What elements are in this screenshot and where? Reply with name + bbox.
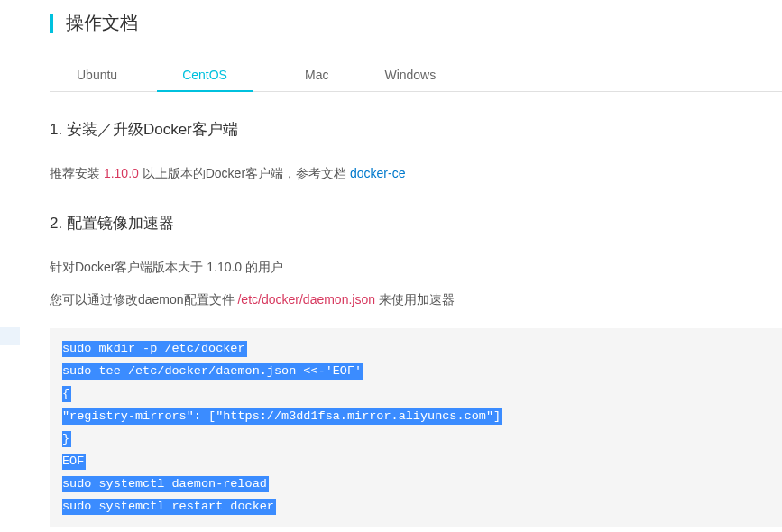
page-title: 操作文档 (66, 11, 138, 35)
code-line-4: "registry-mirrors": ["https://m3dd1fsa.m… (62, 408, 502, 425)
section2-para2-after: 来使用加速器 (375, 292, 455, 307)
code-line-6: EOF (62, 454, 86, 470)
version-highlight: 1.10.0 (104, 166, 139, 180)
doc-title-wrapper: 操作文档 (50, 11, 782, 35)
code-line-2: sudo tee /etc/docker/daemon.json <<-'EOF… (62, 363, 363, 380)
os-tabs: Ubuntu CentOS Mac Windows (50, 60, 782, 92)
docker-ce-link[interactable]: docker-ce (350, 166, 405, 180)
code-line-7: sudo systemctl daemon-reload (62, 476, 269, 492)
section2-para2: 您可以通过修改daemon配置文件 /etc/docker/daemon.jso… (50, 288, 782, 312)
section2-para1: 针对Docker客户端版本大于 1.10.0 的用户 (50, 255, 782, 280)
title-accent-bar (50, 14, 53, 33)
code-line-8: sudo systemctl restart docker (62, 499, 276, 515)
code-line-3: { (62, 386, 71, 402)
code-line-5: } (62, 431, 71, 447)
daemon-json-path: /etc/docker/daemon.json (237, 292, 375, 307)
section1-heading: 1. 安装／升级Docker客户端 (50, 119, 782, 140)
tab-ubuntu[interactable]: Ubuntu (77, 60, 117, 91)
main-content: 操作文档 Ubuntu CentOS Mac Windows 1. 安装／升级D… (0, 0, 782, 527)
section2-heading: 2. 配置镜像加速器 (50, 213, 782, 234)
tab-centos[interactable]: CentOS (182, 60, 227, 91)
tab-mac[interactable]: Mac (305, 60, 328, 91)
section2-para2-before: 您可以通过修改daemon配置文件 (50, 292, 237, 307)
section1-paragraph: 推荐安装 1.10.0 以上版本的Docker客户端，参考文档 docker-c… (50, 161, 782, 186)
code-block[interactable]: sudo mkdir -p /etc/docker sudo tee /etc/… (50, 328, 782, 527)
section1-text-before: 推荐安装 (50, 166, 104, 180)
tab-windows[interactable]: Windows (384, 60, 436, 91)
code-line-1: sudo mkdir -p /etc/docker (62, 341, 247, 357)
section1-text-after: 以上版本的Docker客户端，参考文档 (139, 166, 350, 180)
sidebar-fragment (0, 327, 20, 345)
